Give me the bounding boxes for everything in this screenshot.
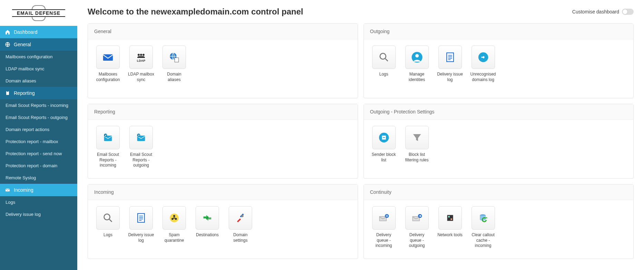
clipboard-icon [5, 90, 10, 96]
sidebar-item[interactable]: LDAP mailbox sync [0, 63, 77, 75]
arrow-circle-icon [472, 46, 495, 69]
network-icon [438, 206, 462, 230]
panel-general: GeneralMailboxes configurationLDAPLDAP m… [88, 23, 358, 98]
tile-spam-quarantine[interactable]: Spam quarantine [160, 206, 188, 252]
sidebar-item[interactable]: Email Scout Reports - incoming [0, 99, 77, 111]
blocklist-icon [372, 126, 396, 149]
panel-title: Reporting [88, 104, 358, 120]
sidebar-item[interactable]: Protection report - domain [0, 160, 77, 172]
ldap-icon: LDAP [129, 46, 153, 69]
tile-block-list-filtering-rules[interactable]: Block list filtering rules [403, 126, 431, 172]
tile-label: LDAP mailbox sync [127, 72, 155, 82]
tile-label: Email Scout Reports - outgoing [127, 152, 155, 168]
page-title: Welcome to the newexampledomain.com cont… [88, 7, 303, 17]
tile-label: Manage identities [403, 72, 431, 82]
panel-title: General [88, 24, 358, 39]
doc-lines-icon [438, 46, 462, 69]
sidebar-item[interactable]: Logs [0, 196, 77, 208]
customise-toggle[interactable] [622, 9, 634, 15]
tile-delivery-queue-incoming[interactable]: Delivery queue - incoming [370, 206, 398, 252]
globe-doc-icon [162, 46, 186, 69]
svg-point-31 [385, 214, 388, 218]
tile-label: Delivery queue - outgoing [403, 232, 431, 249]
panel-outgoing: OutgoingLogsManage identitiesDelivery is… [364, 23, 634, 98]
svg-rect-37 [448, 216, 449, 217]
sidebar: EMAIL DEFENSE DashboardGeneralMailboxes … [0, 0, 77, 270]
queue-in-icon [372, 206, 396, 230]
sidebar-item[interactable]: Domain aliases [0, 75, 77, 87]
tile-label: Logs [103, 232, 112, 238]
magnifier-icon [372, 46, 396, 69]
tile-label: Unrecognised domains log [469, 72, 497, 82]
tile-sender-block-list[interactable]: Sender block list [370, 126, 398, 172]
panel-title: Outgoing - Protection Settings [364, 104, 634, 120]
sidebar-item[interactable]: Mailboxes configuration [0, 51, 77, 63]
envelope-icon [96, 46, 120, 69]
tile-logs[interactable]: Logs [94, 206, 122, 252]
svg-text:LDAP: LDAP [137, 59, 146, 62]
sidebar-section-general[interactable]: General [0, 38, 77, 51]
svg-rect-32 [386, 215, 386, 217]
tile-label: Domain settings [227, 232, 254, 243]
globe-icon [5, 42, 10, 47]
customise-dashboard[interactable]: Customise dashboard [572, 9, 634, 15]
db-refresh-icon [472, 206, 495, 230]
tile-manage-identities[interactable]: Manage identities [403, 46, 431, 92]
tile-network-tools[interactable]: Network tools [436, 206, 464, 252]
tile-label: Sender block list [370, 152, 398, 163]
tile-logs[interactable]: Logs [370, 46, 398, 92]
tile-ldap-mailbox-sync[interactable]: LDAPLDAP mailbox sync [127, 46, 155, 92]
tile-email-scout-reports-incoming[interactable]: Email Scout Reports - incoming [94, 126, 122, 172]
tile-email-scout-reports-outgoing[interactable]: Email Scout Reports - outgoing [127, 126, 155, 172]
tile-clear-callout-cache-incoming[interactable]: Clear callout cache - incoming [469, 206, 497, 252]
funnel-icon [405, 126, 429, 149]
sidebar-section-reporting[interactable]: Reporting [0, 87, 77, 99]
sidebar-item[interactable]: Protection report - mailbox [0, 136, 77, 148]
tile-delivery-issue-log[interactable]: Delivery issue log [436, 46, 464, 92]
logo: EMAIL DEFENSE [0, 0, 77, 26]
sidebar-section-incoming[interactable]: Incoming [0, 184, 77, 196]
svg-point-29 [241, 215, 244, 217]
sidebar-section-label: General [14, 42, 31, 47]
svg-rect-10 [175, 58, 178, 62]
tile-delivery-issue-log[interactable]: Delivery issue log [127, 206, 155, 252]
customise-label: Customise dashboard [572, 9, 619, 14]
logo-text: EMAIL DEFENSE [12, 9, 65, 17]
tile-label: Block list filtering rules [403, 152, 431, 163]
tile-label: Destinations [196, 232, 219, 238]
svg-rect-38 [450, 218, 452, 220]
tile-mailboxes-configuration[interactable]: Mailboxes configuration [94, 46, 122, 92]
sidebar-section-dashboard[interactable]: Dashboard [0, 26, 77, 38]
tile-label: Spam quarantine [160, 232, 188, 243]
magnifier-icon [96, 206, 120, 230]
doc-lines-icon [129, 206, 153, 230]
tile-label: Delivery issue log [436, 72, 464, 82]
sidebar-item[interactable]: Email Scout Reports - outgoing [0, 111, 77, 123]
panel-title: Continuity [364, 184, 634, 200]
sidebar-item[interactable]: Remote Syslog [0, 172, 77, 184]
tile-label: Clear callout cache - incoming [469, 232, 497, 249]
svg-point-27 [175, 218, 177, 220]
svg-point-5 [138, 54, 140, 56]
tile-domain-settings[interactable]: Domain settings [227, 206, 254, 252]
mail-in-icon [96, 126, 120, 149]
sidebar-item[interactable]: Delivery issue log [0, 208, 77, 220]
tile-unrecognised-domains-log[interactable]: Unrecognised domains log [469, 46, 497, 92]
sidebar-item[interactable]: Domain report actions [0, 123, 77, 136]
tools-icon [229, 206, 252, 230]
tile-label: Delivery queue - incoming [370, 232, 398, 249]
svg-rect-4 [103, 54, 113, 61]
person-icon [405, 46, 429, 69]
tile-delivery-queue-outgoing[interactable]: Delivery queue - outgoing [403, 206, 431, 252]
tile-label: Mailboxes configuration [94, 72, 122, 82]
sidebar-item[interactable]: Protection report - send now [0, 148, 77, 160]
tile-label: Network tools [437, 232, 463, 238]
arrows-icon [196, 206, 219, 230]
tile-destinations[interactable]: Destinations [194, 206, 221, 252]
svg-rect-23 [138, 213, 145, 222]
svg-point-13 [415, 54, 419, 58]
tile-domain-aliases[interactable]: Domain aliases [160, 46, 188, 92]
panel-incoming: IncomingLogsDelivery issue logSpam quara… [88, 184, 358, 259]
svg-point-11 [380, 53, 386, 59]
tile-label: Email Scout Reports - incoming [94, 152, 122, 168]
